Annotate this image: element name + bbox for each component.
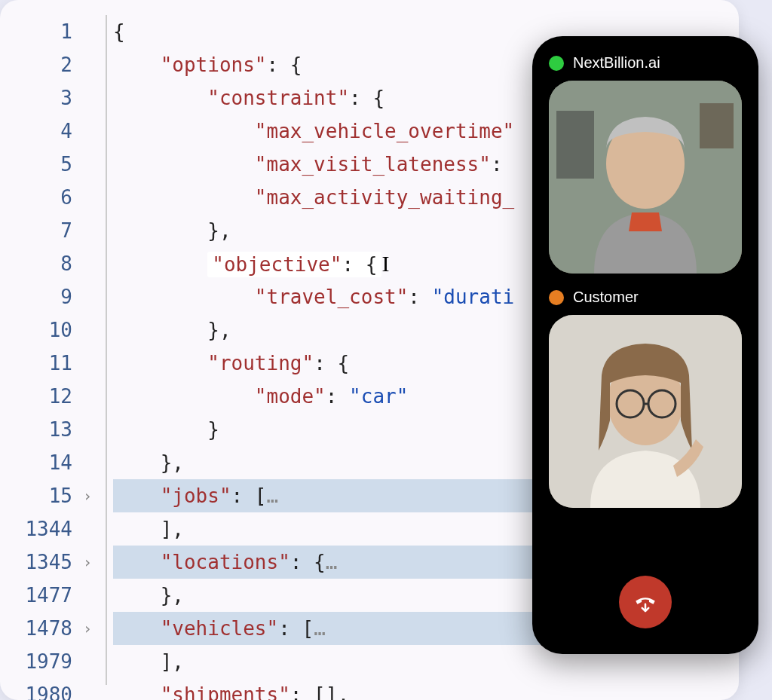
- line-number: 12: [0, 380, 92, 413]
- line-number: 4: [0, 115, 92, 148]
- line-number: 5: [0, 148, 92, 181]
- phone-hangup-icon: [633, 589, 658, 615]
- line-number: 1345›: [0, 546, 92, 579]
- line-number: 1344: [0, 512, 92, 546]
- status-dot-away-icon: [549, 290, 564, 305]
- line-number: 1: [0, 15, 92, 48]
- line-number-gutter: 123456789101112131415›13441345›14771478›…: [0, 15, 106, 685]
- fold-toggle-icon[interactable]: ›: [78, 612, 92, 645]
- participant-label: Customer: [549, 289, 742, 306]
- participant-label: NextBillion.ai: [549, 54, 742, 72]
- line-number: 10: [0, 313, 92, 347]
- video-call-panel: NextBillion.ai Customer: [532, 36, 758, 654]
- line-number: 2: [0, 48, 92, 81]
- line-number: 1979: [0, 645, 92, 678]
- line-number: 14: [0, 446, 92, 479]
- fold-toggle-icon[interactable]: ›: [78, 479, 92, 512]
- code-line[interactable]: "shipments": [],: [113, 678, 739, 700]
- line-number: 3: [0, 81, 92, 115]
- fold-toggle-icon[interactable]: ›: [78, 546, 92, 579]
- person-placeholder-icon: [549, 81, 742, 274]
- line-number: 1478›: [0, 612, 92, 645]
- line-number: 13: [0, 413, 92, 446]
- line-number: 1980: [0, 678, 92, 700]
- line-number: 15›: [0, 479, 92, 512]
- line-number: 9: [0, 280, 92, 313]
- line-number: 1477: [0, 579, 92, 612]
- video-tile[interactable]: [549, 81, 742, 274]
- status-dot-online-icon: [549, 56, 564, 71]
- person-placeholder-icon: [549, 315, 742, 508]
- line-number: 6: [0, 181, 92, 214]
- line-number: 8: [0, 247, 92, 280]
- line-number: 11: [0, 347, 92, 380]
- participant-name: Customer: [573, 289, 639, 306]
- video-tile[interactable]: [549, 315, 742, 508]
- line-number: 7: [0, 214, 92, 247]
- svg-rect-2: [700, 103, 734, 148]
- hangup-button[interactable]: [619, 576, 672, 628]
- text-cursor-icon: I: [381, 251, 389, 276]
- svg-rect-1: [556, 111, 594, 179]
- participant-name: NextBillion.ai: [573, 54, 660, 72]
